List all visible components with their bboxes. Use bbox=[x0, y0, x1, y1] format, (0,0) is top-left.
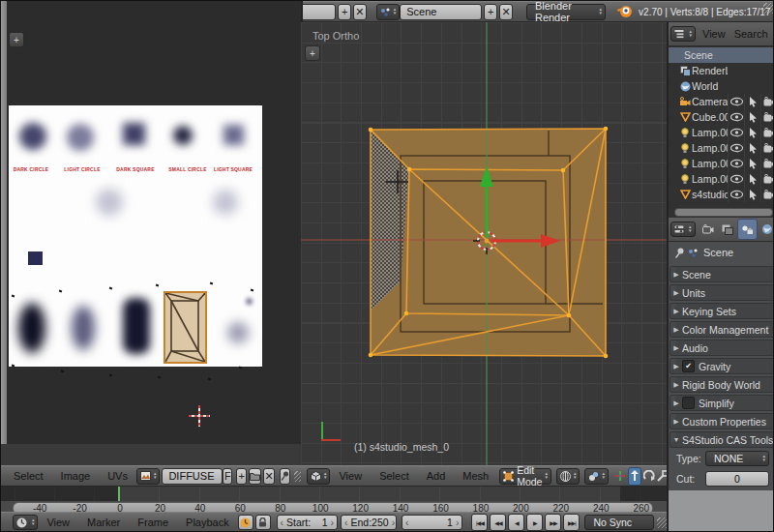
visibility-eye-icon[interactable] bbox=[728, 171, 744, 187]
renderability-camera-icon[interactable] bbox=[760, 156, 774, 171]
viewport-shading-select[interactable] bbox=[556, 468, 580, 485]
cas-type-select[interactable]: NONE bbox=[705, 451, 769, 466]
selectability-cursor-icon[interactable] bbox=[744, 125, 760, 140]
jump-to-end-button[interactable]: ▶▶| bbox=[563, 514, 580, 531]
pin-icon[interactable] bbox=[674, 248, 684, 258]
delete-scene-button[interactable]: ✕ bbox=[499, 4, 513, 20]
add-scene-button[interactable]: + bbox=[484, 4, 497, 20]
renderability-camera-icon[interactable] bbox=[760, 187, 774, 202]
tl-menu-marker[interactable]: Marker bbox=[78, 517, 129, 528]
outliner-menu-view[interactable]: View bbox=[696, 28, 732, 40]
sync-mode-select[interactable]: No Sync bbox=[584, 515, 653, 530]
v3d-menu-mesh[interactable]: Mesh bbox=[454, 470, 497, 482]
outliner-item[interactable]: Scene bbox=[669, 47, 774, 63]
start-frame-field[interactable]: Start: 1 bbox=[277, 515, 338, 530]
corner-grip[interactable] bbox=[763, 3, 774, 14]
manipulator-axes-toggle[interactable] bbox=[614, 468, 626, 485]
outliner-search-menu[interactable]: Search bbox=[732, 28, 770, 40]
timeline-editor-type-button[interactable] bbox=[13, 515, 38, 530]
unlink-image-button[interactable]: ✕ bbox=[263, 468, 274, 485]
view3d-editor-type-button[interactable] bbox=[307, 468, 330, 485]
delete-layout-button[interactable]: ✕ bbox=[353, 4, 367, 20]
properties-panel-header[interactable]: ▶ Rigid Body World bbox=[670, 376, 774, 393]
manipulator-rotate-button[interactable] bbox=[643, 468, 655, 485]
visibility-eye-icon[interactable] bbox=[728, 125, 744, 140]
selectability-cursor-icon[interactable] bbox=[744, 171, 760, 187]
panel-checkbox[interactable] bbox=[682, 397, 695, 409]
visibility-eye-icon[interactable] bbox=[728, 94, 744, 109]
timeline-track[interactable] bbox=[1, 487, 667, 501]
prev-keyframe-button[interactable]: ◀◀ bbox=[490, 514, 506, 531]
properties-panel-header[interactable]: ▶ Color Management bbox=[670, 321, 774, 338]
new-image-button[interactable]: + bbox=[236, 468, 247, 485]
tl-menu-playback[interactable]: Playback bbox=[177, 517, 238, 528]
renderability-camera-icon[interactable] bbox=[760, 94, 774, 109]
uv-wireframe-overlay[interactable] bbox=[164, 291, 207, 364]
renderability-camera-icon[interactable] bbox=[760, 125, 774, 140]
selectability-cursor-icon[interactable] bbox=[744, 187, 760, 202]
jump-to-start-button[interactable]: |◀◀ bbox=[471, 514, 488, 531]
cas-cut-field[interactable]: 0 bbox=[705, 471, 769, 487]
visibility-eye-icon[interactable] bbox=[728, 109, 744, 125]
tab-render[interactable] bbox=[700, 220, 719, 239]
add-layout-button[interactable]: + bbox=[338, 4, 351, 20]
lock-button[interactable] bbox=[255, 515, 271, 530]
scene-name-field[interactable]: Scene bbox=[400, 4, 482, 20]
scene-selector-icon-button[interactable] bbox=[376, 4, 400, 20]
end-frame-field[interactable]: End: 250 bbox=[341, 515, 397, 530]
manipulator-translate-button[interactable] bbox=[628, 467, 641, 486]
panel-checkbox[interactable]: ✔ bbox=[682, 360, 695, 372]
outliner-item[interactable]: Lamp.001 bbox=[669, 125, 774, 140]
uv-menu-select[interactable]: Select bbox=[5, 470, 52, 482]
outliner-item[interactable]: Lamp.003 bbox=[669, 156, 774, 171]
open-image-button[interactable] bbox=[249, 468, 261, 485]
tab-scene[interactable] bbox=[737, 219, 759, 240]
next-keyframe-button[interactable]: ▶▶ bbox=[545, 514, 561, 531]
v3d-menu-select[interactable]: Select bbox=[371, 470, 418, 482]
region-expand-button-image[interactable]: + bbox=[9, 32, 24, 47]
texture-image[interactable]: DARK CIRCLE LIGHT CIRCLE DARK SQUARE SMA… bbox=[9, 105, 262, 367]
renderability-camera-icon[interactable] bbox=[760, 109, 774, 125]
outliner-item[interactable]: Lamp.004 bbox=[669, 171, 774, 187]
properties-panel-header[interactable]: ▼ S4Studio CAS Tools bbox=[670, 431, 774, 448]
v3d-menu-add[interactable]: Add bbox=[418, 470, 455, 482]
outliner-item[interactable]: RenderLay bbox=[669, 63, 774, 78]
image-browse-button[interactable] bbox=[136, 468, 160, 485]
play-reverse-button[interactable]: ◀ bbox=[508, 514, 524, 531]
visibility-eye-icon[interactable] bbox=[728, 156, 744, 171]
image-name-field[interactable]: DIFFUSE bbox=[162, 468, 223, 485]
properties-panel-header[interactable]: ▶ Custom Properties bbox=[670, 413, 774, 429]
properties-panel-header[interactable]: ▶ Units bbox=[670, 284, 774, 301]
v3d-menu-view[interactable]: View bbox=[330, 470, 371, 482]
fake-user-button[interactable]: F bbox=[223, 468, 232, 485]
selectability-cursor-icon[interactable] bbox=[744, 109, 760, 125]
current-frame-field[interactable]: 1 bbox=[402, 515, 462, 530]
outliner-item[interactable]: Cube.001 bbox=[669, 109, 774, 125]
current-frame-marker[interactable] bbox=[118, 487, 120, 501]
tl-menu-frame[interactable]: Frame bbox=[129, 517, 177, 528]
properties-panel-header[interactable]: ▶ Simplify bbox=[670, 395, 774, 411]
selectability-cursor-icon[interactable] bbox=[744, 94, 760, 109]
outliner-item[interactable]: World bbox=[669, 78, 774, 94]
mode-select[interactable]: Edit Mode bbox=[499, 468, 551, 485]
tab-render-layers[interactable] bbox=[718, 220, 737, 239]
selectability-cursor-icon[interactable] bbox=[744, 140, 760, 156]
image-editor-edge-scrollbar[interactable] bbox=[1, 1, 7, 444]
outliner-item[interactable]: s4studio_m bbox=[669, 187, 774, 202]
properties-panel-header[interactable]: ▶ ✔ Gravity bbox=[670, 358, 774, 374]
selectability-cursor-icon[interactable] bbox=[744, 156, 760, 171]
outliner-editor-type-button[interactable] bbox=[670, 26, 696, 42]
visibility-eye-icon[interactable] bbox=[728, 187, 744, 202]
tab-world[interactable] bbox=[758, 220, 774, 239]
render-engine-select[interactable]: Blender Render bbox=[526, 4, 606, 20]
properties-panel-header[interactable]: ▶ Scene bbox=[670, 266, 774, 282]
renderability-camera-icon[interactable] bbox=[760, 140, 774, 156]
outliner-scrollbar[interactable] bbox=[674, 208, 773, 217]
pivot-point-select[interactable] bbox=[584, 468, 608, 485]
renderability-camera-icon[interactable] bbox=[760, 171, 774, 187]
preview-range-clock-button[interactable] bbox=[238, 515, 253, 530]
tl-menu-view[interactable]: View bbox=[38, 517, 78, 528]
outliner-item[interactable]: Camera bbox=[669, 94, 774, 109]
uv-image-editor-canvas[interactable]: + DARK CIRCLE LIGHT CIRCLE DARK SQUARE S… bbox=[1, 1, 303, 444]
uv-menu-uvs[interactable]: UVs bbox=[99, 470, 136, 482]
